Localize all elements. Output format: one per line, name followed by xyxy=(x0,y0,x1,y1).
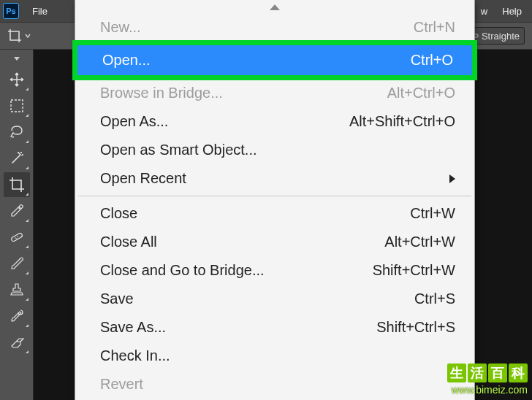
menu-item-new[interactable]: New... Ctrl+N xyxy=(75,13,474,42)
menu-shortcut: Ctrl+S xyxy=(414,288,455,309)
app-logo: Ps xyxy=(3,3,19,19)
menu-item-close[interactable]: Close Ctrl+W xyxy=(75,199,474,228)
menu-label: Open Recent xyxy=(100,168,186,189)
menu-label: Revert xyxy=(100,374,143,395)
menu-item-save-as[interactable]: Save As... Shift+Ctrl+S xyxy=(75,313,474,342)
chevron-down-icon xyxy=(25,33,31,39)
healing-brush-tool[interactable] xyxy=(4,225,30,250)
watermark-char: 活 xyxy=(468,364,487,382)
marquee-tool[interactable] xyxy=(4,93,30,118)
menu-item-open-highlight: Open... Ctrl+O xyxy=(72,40,477,80)
flyout-indicator-icon xyxy=(26,324,28,327)
menu-item-revert[interactable]: Revert xyxy=(75,370,474,399)
current-tool-indicator[interactable] xyxy=(7,28,31,43)
bandage-icon xyxy=(9,229,25,245)
menu-label: Check In... xyxy=(100,345,170,366)
eraser-tool[interactable] xyxy=(4,330,30,355)
svg-point-4 xyxy=(18,152,19,153)
svg-point-9 xyxy=(16,238,18,239)
menu-file[interactable]: File xyxy=(25,6,55,17)
flyout-indicator-icon xyxy=(26,245,28,248)
collapse-arrow-icon[interactable] xyxy=(75,3,474,13)
menu-item-browse-bridge[interactable]: Browse in Bridge... Alt+Ctrl+O xyxy=(75,79,474,107)
watermark-char: 生 xyxy=(447,364,466,382)
menu-item-check-in[interactable]: Check In... xyxy=(75,342,474,370)
flyout-indicator-icon xyxy=(26,272,28,274)
watermark-char: 科 xyxy=(509,364,528,382)
magic-wand-tool[interactable] xyxy=(4,146,30,171)
menu-shortcut: Shift+Ctrl+W xyxy=(373,260,455,281)
menu-label: Open... xyxy=(102,50,151,71)
menu-label: Open As... xyxy=(100,111,168,132)
menu-item-close-all[interactable]: Close All Alt+Ctrl+W xyxy=(75,228,474,256)
svg-rect-2 xyxy=(11,100,23,112)
eyedropper-icon xyxy=(9,203,25,219)
menu-label: Browse in Bridge... xyxy=(100,82,223,104)
menu-item-open-smart[interactable]: Open as Smart Object... xyxy=(75,136,474,164)
watermark: 生 活 百 科 www.bimeiz.com xyxy=(447,364,528,396)
watermark-url: www.bimeiz.com xyxy=(447,384,528,396)
menu-item-open[interactable]: Open... Ctrl+O xyxy=(77,45,472,75)
flyout-indicator-icon xyxy=(26,193,28,196)
crop-icon xyxy=(7,28,22,43)
eyedropper-tool[interactable] xyxy=(4,199,30,223)
menu-item-close-go-bridge[interactable]: Close and Go to Bridge... Shift+Ctrl+W xyxy=(75,256,474,285)
menu-shortcut: Ctrl+O xyxy=(411,50,453,71)
menu-label: Close xyxy=(100,203,137,224)
menu-label: Save As... xyxy=(100,317,166,338)
marquee-icon xyxy=(10,99,24,113)
menu-item-save[interactable]: Save Ctrl+S xyxy=(75,285,474,313)
flyout-indicator-icon xyxy=(26,140,28,143)
menu-shortcut: Alt+Shift+Ctrl+O xyxy=(349,111,455,132)
menu-label: Open as Smart Object... xyxy=(100,139,257,161)
menu-label: Save xyxy=(100,288,134,309)
menu-label: Close All xyxy=(100,231,157,253)
eraser-icon xyxy=(9,334,25,350)
watermark-char: 百 xyxy=(488,364,507,382)
lasso-icon xyxy=(9,124,25,140)
svg-point-3 xyxy=(20,152,22,153)
move-icon xyxy=(9,72,25,88)
flyout-indicator-icon xyxy=(26,350,28,353)
file-menu: New... Ctrl+N Open... Ctrl+O Browse in B… xyxy=(75,0,475,400)
svg-point-7 xyxy=(15,237,16,239)
flyout-indicator-icon xyxy=(26,298,28,301)
move-tool[interactable] xyxy=(4,67,30,92)
magic-wand-icon xyxy=(9,150,25,166)
menu-item-open-as[interactable]: Open As... Alt+Shift+Ctrl+O xyxy=(75,107,474,136)
flyout-indicator-icon xyxy=(26,219,28,222)
crop-icon xyxy=(9,177,25,193)
watermark-chars: 生 活 百 科 xyxy=(447,364,528,382)
stamp-icon xyxy=(9,282,25,298)
menu-shortcut: Shift+Ctrl+S xyxy=(376,317,455,338)
history-brush-tool[interactable] xyxy=(4,304,30,328)
svg-rect-6 xyxy=(10,232,23,242)
crop-tool[interactable] xyxy=(4,172,30,197)
flyout-indicator-icon xyxy=(26,114,28,117)
menu-help[interactable]: Help xyxy=(495,6,529,17)
menu-separator xyxy=(78,196,471,196)
menu-label: New... xyxy=(100,17,141,38)
tools-panel xyxy=(0,50,34,400)
history-brush-icon xyxy=(9,308,25,324)
menu-item-open-recent[interactable]: Open Recent xyxy=(75,164,474,193)
brush-tool[interactable] xyxy=(4,251,30,276)
submenu-arrow-icon xyxy=(449,174,455,183)
flyout-indicator-icon xyxy=(26,88,28,91)
clone-stamp-tool[interactable] xyxy=(4,277,30,302)
toolbar-expand-handle[interactable] xyxy=(12,54,22,63)
svg-point-8 xyxy=(17,236,18,237)
app-logo-text: Ps xyxy=(6,7,15,15)
flyout-indicator-icon xyxy=(26,166,28,169)
lasso-tool[interactable] xyxy=(4,120,30,145)
menu-shortcut: Ctrl+N xyxy=(414,17,455,38)
svg-point-5 xyxy=(22,154,23,155)
menu-shortcut: Ctrl+W xyxy=(410,203,455,224)
menu-label: Close and Go to Bridge... xyxy=(100,260,265,281)
menu-shortcut: Alt+Ctrl+O xyxy=(387,82,455,104)
brush-icon xyxy=(9,255,25,272)
menu-shortcut: Alt+Ctrl+W xyxy=(384,231,455,253)
straighten-label: Straighte xyxy=(482,31,520,42)
menu-partial-w[interactable]: w xyxy=(474,6,495,17)
